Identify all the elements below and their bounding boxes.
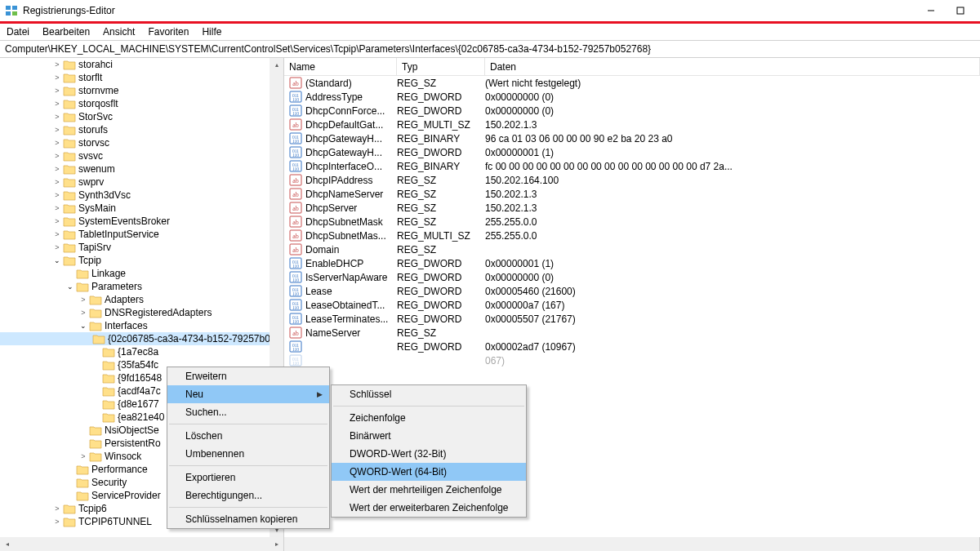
maximize-button[interactable] [946,0,975,21]
menu-item[interactable]: Erweitern [167,367,329,385]
tree-item[interactable]: >storvsc [0,136,270,149]
value-row[interactable]: 011110REG_DWORD0x00002ad7 (10967) [284,340,980,353]
address-bar[interactable]: Computer\HKEY_LOCAL_MACHINE\SYSTEM\Curre… [0,40,980,58]
tree-item[interactable]: >svsvc [0,149,270,162]
menu-item[interactable]: Schlüsselnamen kopieren [167,510,329,528]
tree-item[interactable]: >Synth3dVsc [0,189,270,202]
menu-item[interactable]: Wert der erweiterbaren Zeichenfolge [332,499,526,517]
caret-closed-icon[interactable]: > [52,87,62,95]
column-name[interactable]: Name [284,58,397,75]
tree-item[interactable]: >stornvme [0,84,270,97]
value-row[interactable]: abDhcpServerREG_SZ150.202.1.3 [284,201,980,215]
minimize-button[interactable] [916,0,946,21]
caret-open-icon[interactable]: ⌄ [78,322,88,330]
scroll-right-icon[interactable]: ▸ [270,537,283,551]
value-row[interactable]: ab(Standard)REG_SZ(Wert nicht festgelegt… [284,76,980,90]
caret-closed-icon[interactable]: > [52,100,62,108]
caret-closed-icon[interactable]: > [52,139,62,147]
caret-closed-icon[interactable]: > [52,73,62,82]
tree-item[interactable]: ⌄Parameters [0,280,270,293]
value-row[interactable]: 011110LeaseREG_DWORD0x00005460 (21600) [284,284,980,298]
tree-item[interactable]: >Adapters [0,293,270,306]
caret-closed-icon[interactable]: > [52,152,62,160]
tree-item[interactable]: {1a7ec8a [0,345,270,358]
caret-closed-icon[interactable]: > [52,217,62,225]
tree-item[interactable]: >DNSRegisteredAdapters [0,306,270,319]
caret-open-icon[interactable]: ⌄ [65,282,75,291]
value-row[interactable]: 011110067) [284,353,980,367]
value-row[interactable]: abDhcpSubnetMaskREG_SZ255.255.0.0 [284,215,980,229]
menu-item[interactable]: DWORD-Wert (32-Bit) [332,445,526,463]
value-row[interactable]: 011110EnableDHCPREG_DWORD0x00000001 (1) [284,256,980,270]
tree-item[interactable]: ⌄Interfaces [0,319,270,332]
svg-rect-2 [6,11,11,16]
value-row[interactable]: 011110DhcpInterfaceO...REG_BINARYfc 00 0… [284,159,980,173]
caret-closed-icon[interactable]: > [52,165,62,173]
context-submenu-new[interactable]: SchlüsselZeichenfolgeBinärwertDWORD-Wert… [331,384,527,518]
value-row[interactable]: abDhcpSubnetMas...REG_MULTI_SZ255.255.0.… [284,229,980,242]
menu-item[interactable]: Binärwert [332,427,526,445]
caret-closed-icon[interactable]: > [52,518,62,526]
value-row[interactable]: abDhcpNameServerREG_SZ150.202.1.3 [284,187,980,201]
menu-item[interactable]: Neu▶ [167,385,329,403]
menu-view[interactable]: Ansicht [103,26,135,38]
value-row[interactable]: 011110IsServerNapAwareREG_DWORD0x0000000… [284,270,980,284]
caret-closed-icon[interactable]: > [52,126,62,134]
value-row[interactable]: 011110DhcpGatewayH...REG_BINARY96 ca 01 … [284,131,980,145]
caret-closed-icon[interactable]: > [52,204,62,212]
menu-help[interactable]: Hilfe [202,26,221,38]
value-row[interactable]: abDhcpDefaultGat...REG_MULTI_SZ150.202.1… [284,118,980,131]
menu-item[interactable]: Umbenennen [167,445,329,463]
value-row[interactable]: 011110AddressTypeREG_DWORD0x00000000 (0) [284,90,980,104]
tree-item[interactable]: >SysMain [0,202,270,215]
tree-item[interactable]: >TapiSrv [0,241,270,254]
tree-item[interactable]: >swenum [0,162,270,176]
caret-closed-icon[interactable]: > [52,230,62,238]
column-data[interactable]: Daten [485,58,980,75]
menu-item[interactable]: QWORD-Wert (64-Bit) [332,463,526,481]
caret-open-icon[interactable]: ⌄ [52,256,62,264]
tree-item[interactable]: >storflt [0,71,270,84]
caret-closed-icon[interactable]: > [52,504,62,513]
value-row[interactable]: abDhcpIPAddressREG_SZ150.202.164.100 [284,173,980,187]
menu-item[interactable]: Wert der mehrteiligen Zeichenfolge [332,481,526,499]
caret-closed-icon[interactable]: > [78,452,88,460]
context-menu-key[interactable]: ErweiternNeu▶Suchen...LöschenUmbenennenE… [167,367,330,529]
caret-closed-icon[interactable]: > [52,113,62,121]
tree-item[interactable]: >SystemEventsBroker [0,215,270,228]
scroll-up-icon[interactable]: ▴ [270,58,283,72]
tree-item[interactable]: Linkage [0,267,270,280]
caret-closed-icon[interactable]: > [52,178,62,186]
menu-item[interactable]: Schlüssel [332,385,526,403]
menu-item[interactable]: Löschen [167,427,329,445]
tree-item[interactable]: {02c06785-ca3a-4734-b152-79257b052 [0,332,270,345]
caret-closed-icon[interactable]: > [52,60,62,69]
menu-edit[interactable]: Bearbeiten [42,26,90,38]
tree-item[interactable]: >storufs [0,123,270,136]
tree-item[interactable]: >TabletInputService [0,228,270,241]
tree-item[interactable]: ⌄Tcpip [0,254,270,267]
tree-item[interactable]: >storahci [0,58,270,71]
value-row[interactable]: abDomainREG_SZ [284,242,980,256]
tree-item[interactable]: >StorSvc [0,110,270,123]
value-row[interactable]: abNameServerREG_SZ [284,326,980,340]
caret-closed-icon[interactable]: > [52,243,62,251]
scroll-left-icon[interactable]: ◂ [0,537,14,551]
menu-item[interactable]: Exportieren [167,469,329,487]
column-type[interactable]: Typ [397,58,485,75]
tree-item[interactable]: >swprv [0,176,270,189]
tree-item[interactable]: >storqosflt [0,97,270,110]
menu-item[interactable]: Suchen... [167,403,329,421]
caret-closed-icon[interactable]: > [52,191,62,199]
horizontal-scrollbar[interactable]: ◂ ▸ [0,537,980,551]
menu-item[interactable]: Zeichenfolge [332,409,526,427]
value-row[interactable]: 011110LeaseObtainedT...REG_DWORD0x000000… [284,298,980,312]
caret-closed-icon[interactable]: > [78,309,88,317]
value-row[interactable]: 011110DhcpGatewayH...REG_DWORD0x00000001… [284,145,980,159]
menu-file[interactable]: Datei [7,26,29,38]
value-row[interactable]: 011110DhcpConnForce...REG_DWORD0x0000000… [284,104,980,118]
menu-favorites[interactable]: Favoriten [148,26,189,38]
menu-item[interactable]: Berechtigungen... [167,487,329,504]
value-row[interactable]: 011110LeaseTerminates...REG_DWORD0x00005… [284,312,980,326]
caret-closed-icon[interactable]: > [78,295,88,304]
